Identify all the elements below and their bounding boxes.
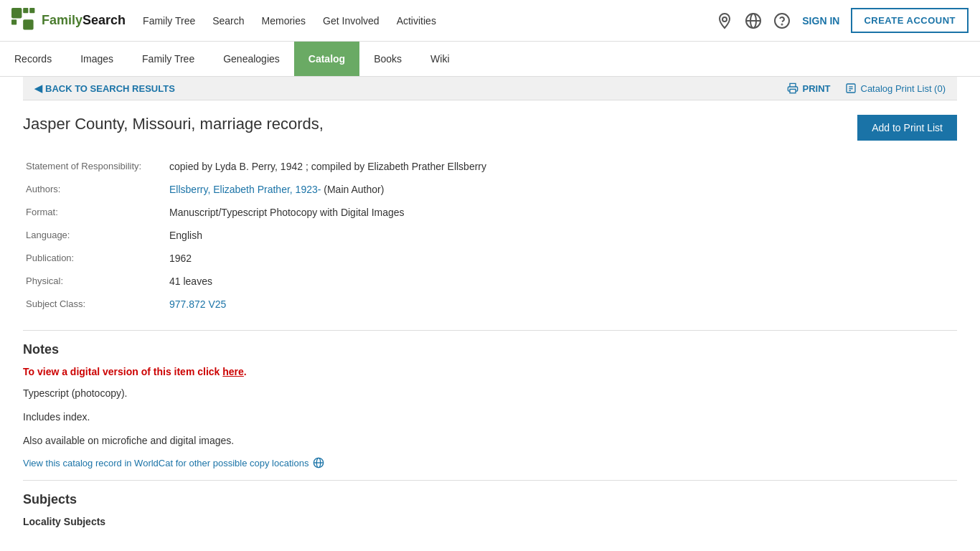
note-index: Includes index. <box>23 410 957 425</box>
print-link[interactable]: PRINT <box>787 83 831 94</box>
svg-point-5 <box>722 17 727 22</box>
field-value-format: Manuscript/Typescript Photocopy with Dig… <box>166 201 957 224</box>
svg-rect-2 <box>29 8 34 13</box>
worldcat-link[interactable]: View this catalog record in WorldCat for… <box>23 457 957 468</box>
print-actions: PRINT Catalog Print List (0) <box>787 83 946 94</box>
subnav-images[interactable]: Images <box>66 42 128 76</box>
record-title: Jasper County, Missouri, marriage record… <box>23 115 324 133</box>
create-account-button[interactable]: CREATE ACCOUNT <box>851 8 969 33</box>
author-suffix: (Main Author) <box>324 184 384 195</box>
subnav-wiki[interactable]: Wiki <box>416 42 463 76</box>
subnav-books[interactable]: Books <box>359 42 416 76</box>
svg-rect-3 <box>11 19 17 24</box>
subnav-catalog[interactable]: Catalog <box>294 42 359 76</box>
nav-actions: SIGN IN CREATE ACCOUNT <box>716 8 969 33</box>
field-value-subject-class: 977.872 V25 <box>166 293 957 316</box>
svg-rect-1 <box>23 8 28 13</box>
field-label-language: Language: <box>23 224 166 247</box>
worldcat-link-text: View this catalog record in WorldCat for… <box>23 458 308 468</box>
nav-get-involved[interactable]: Get Involved <box>323 11 380 31</box>
table-row: Physical: 41 leaves <box>23 270 957 293</box>
familysearch-logo-icon <box>11 8 37 34</box>
nav-memories[interactable]: Memories <box>262 11 306 31</box>
svg-point-10 <box>782 24 783 24</box>
field-label-authors: Authors: <box>23 178 166 201</box>
catalog-print-label: Catalog Print List (0) <box>861 83 946 94</box>
note-microfiche: Also available on microfiche and digital… <box>23 433 957 448</box>
print-label: PRINT <box>803 83 831 94</box>
field-value-physical: 41 leaves <box>166 270 957 293</box>
field-label-publication: Publication: <box>23 247 166 270</box>
table-row: Language: English <box>23 224 957 247</box>
table-row: Authors: Ellsberry, Elizabeth Prather, 1… <box>23 178 957 201</box>
subjects-section: Subjects Locality Subjects <box>23 492 957 527</box>
logo-link[interactable]: FamilySearch <box>11 8 126 34</box>
author-link[interactable]: Ellsberry, Elizabeth Prather, 1923- <box>169 184 321 195</box>
table-row: Publication: 1962 <box>23 247 957 270</box>
logo-text: FamilySearch <box>42 13 126 28</box>
field-value-responsibility: copied by Lyda B. Perry, 1942 ; compiled… <box>166 155 957 178</box>
locality-subjects-title: Locality Subjects <box>23 516 957 527</box>
subnav-records[interactable]: Records <box>0 42 66 76</box>
field-value-publication: 1962 <box>166 247 957 270</box>
notes-title: Notes <box>23 342 957 357</box>
note-typescript: Typescript (photocopy). <box>23 386 957 401</box>
nav-activities[interactable]: Activities <box>397 11 436 31</box>
table-row: Subject Class: 977.872 V25 <box>23 293 957 316</box>
nav-family-tree[interactable]: Family Tree <box>143 11 195 31</box>
digital-notice: To view a digital version of this item c… <box>23 366 957 377</box>
table-row: Statement of Responsibility: copied by L… <box>23 155 957 178</box>
catalog-print-list-link[interactable]: Catalog Print List (0) <box>845 83 946 94</box>
nav-search[interactable]: Search <box>212 11 244 31</box>
field-label-physical: Physical: <box>23 270 166 293</box>
top-navigation: FamilySearch Family Tree Search Memories… <box>0 0 980 42</box>
record-details-table: Statement of Responsibility: copied by L… <box>23 155 957 316</box>
svg-rect-0 <box>11 8 22 18</box>
back-to-search-link[interactable]: ◀ BACK TO SEARCH RESULTS <box>34 83 175 94</box>
breadcrumb-bar: ◀ BACK TO SEARCH RESULTS PRINT Cat <box>23 77 957 100</box>
section-divider <box>23 330 957 331</box>
record-header: Jasper County, Missouri, marriage record… <box>23 115 957 141</box>
svg-rect-11 <box>790 89 796 93</box>
sub-navigation: Records Images Family Tree Genealogies C… <box>0 42 980 77</box>
catalog-print-icon <box>845 83 857 94</box>
field-value-authors: Ellsberry, Elizabeth Prather, 1923- (Mai… <box>166 178 957 201</box>
subnav-family-tree[interactable]: Family Tree <box>128 42 209 76</box>
table-row: Format: Manuscript/Typescript Photocopy … <box>23 201 957 224</box>
globe-icon[interactable] <box>745 12 762 29</box>
field-label-responsibility: Statement of Responsibility: <box>23 155 166 178</box>
main-nav: Family Tree Search Memories Get Involved… <box>143 11 716 31</box>
subject-class-link[interactable]: 977.872 V25 <box>169 298 226 310</box>
notes-section: Notes To view a digital version of this … <box>23 342 957 468</box>
location-icon[interactable] <box>716 12 733 29</box>
field-label-format: Format: <box>23 201 166 224</box>
record-detail: Jasper County, Missouri, marriage record… <box>23 100 957 542</box>
worldcat-globe-icon <box>313 457 324 468</box>
sign-in-link[interactable]: SIGN IN <box>802 15 839 27</box>
back-chevron-icon: ◀ <box>34 83 42 94</box>
field-label-subject-class: Subject Class: <box>23 293 166 316</box>
subnav-genealogies[interactable]: Genealogies <box>209 42 294 76</box>
subjects-title: Subjects <box>23 492 957 507</box>
field-value-language: English <box>166 224 957 247</box>
help-icon[interactable] <box>773 12 791 29</box>
main-content: ◀ BACK TO SEARCH RESULTS PRINT Cat <box>11 77 969 542</box>
notes-subjects-divider <box>23 480 957 481</box>
digital-here-link[interactable]: here <box>222 366 244 377</box>
add-to-print-list-button[interactable]: Add to Print List <box>857 115 957 141</box>
print-icon <box>787 83 798 94</box>
back-label: BACK TO SEARCH RESULTS <box>45 83 175 94</box>
svg-rect-4 <box>23 19 33 29</box>
